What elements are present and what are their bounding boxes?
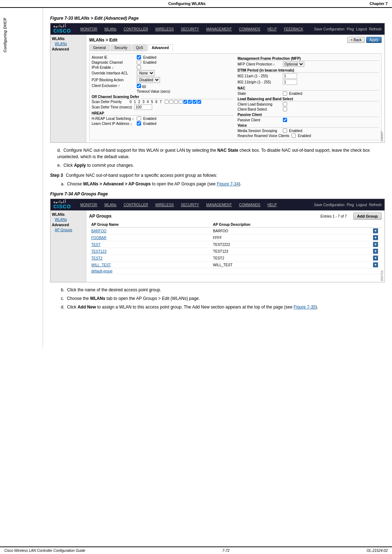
nac-state-checkbox[interactable] xyxy=(283,91,287,96)
p2p-label: P2P Blocking Action xyxy=(92,78,135,82)
cisco-nav-bar: ألبانيه CISCO MONITOR WLANs CONTROLLER W… xyxy=(50,23,384,35)
ap-group-action-cell[interactable]: ▼ xyxy=(371,241,382,248)
save-config-btn[interactable]: Save Configuration xyxy=(314,27,344,31)
apply-button[interactable]: Apply xyxy=(366,37,382,43)
sidebar2-wlans-link[interactable]: WLANs xyxy=(52,218,84,222)
scan-cb-2[interactable] xyxy=(174,100,178,104)
ap-group-desc-cell xyxy=(211,268,371,274)
override-acl-select[interactable]: None xyxy=(137,70,155,76)
dtim-80211a-input[interactable] xyxy=(283,73,297,79)
edit-arrow-icon[interactable]: ▼ xyxy=(373,262,378,267)
nav2-management[interactable]: MANAGEMENT xyxy=(205,202,233,208)
nav2-controller[interactable]: CONTROLLER xyxy=(122,202,149,208)
logout-btn-2[interactable]: Logout xyxy=(356,203,367,207)
learn-client-checkbox[interactable] xyxy=(137,121,141,126)
passive-client-header: Passive Client xyxy=(238,113,379,117)
ipv6-checkbox[interactable] xyxy=(137,65,141,69)
nav-feedback[interactable]: FEEDBACK xyxy=(282,26,305,32)
scan-cb-0[interactable] xyxy=(165,100,169,104)
chapter-number: Chapter 7 xyxy=(369,1,388,6)
ping-btn[interactable]: Ping xyxy=(347,27,354,31)
hreap-local-checkbox[interactable] xyxy=(137,116,141,121)
table-row: TESTTEST2222▼ xyxy=(89,241,382,248)
step3a-link[interactable]: Figure 7-34 xyxy=(217,181,239,186)
scan-cb-4[interactable] xyxy=(183,100,187,104)
nav-security[interactable]: SECURITY xyxy=(179,26,200,32)
nav-management[interactable]: MANAGEMENT xyxy=(205,26,233,32)
client-load-checkbox[interactable] xyxy=(283,102,287,106)
refresh-btn-2[interactable]: Refresh xyxy=(369,203,382,207)
aironet-ie-checkbox[interactable] xyxy=(137,55,141,59)
page-title-fig1: WLANs > Edit xyxy=(89,38,117,43)
sidebar2-ap-groups-link[interactable]: AP Groups xyxy=(52,228,84,232)
scan-cb-3[interactable] xyxy=(179,100,183,104)
tab-advanced[interactable]: Advanced xyxy=(148,44,173,51)
nac-state-label: State xyxy=(238,92,281,96)
sidebar-wlans-link[interactable]: WLANs xyxy=(52,42,84,46)
back-button[interactable]: < Back xyxy=(347,37,365,43)
ap-group-name-cell[interactable]: BARFOO xyxy=(89,228,211,234)
client-band-checkbox[interactable] xyxy=(283,107,287,111)
nav-wlans[interactable]: WLANs xyxy=(103,26,118,32)
nav-help[interactable]: HELP xyxy=(266,26,278,32)
edit-arrow-icon[interactable]: ▼ xyxy=(373,228,378,233)
nav2-wireless[interactable]: WIRELESS xyxy=(154,202,175,208)
edit-arrow-icon[interactable]: ▼ xyxy=(373,235,378,240)
ap-group-name-cell[interactable]: TEST123 xyxy=(89,248,211,255)
tab-qos[interactable]: QoS xyxy=(132,44,147,51)
nav-controller[interactable]: CONTROLLER xyxy=(122,26,149,32)
nav2-monitor[interactable]: MONITOR xyxy=(79,202,98,208)
ap-group-name-cell[interactable]: FOOBAR xyxy=(89,234,211,241)
client-exclusion-checkbox[interactable] xyxy=(137,84,141,88)
diag-channel-checkbox[interactable] xyxy=(137,60,141,64)
ping-btn-2[interactable]: Ping xyxy=(347,203,354,207)
dtim-80211bg-input[interactable] xyxy=(283,79,297,85)
learn-client-enabled: Enabled xyxy=(143,122,156,126)
refresh-btn[interactable]: Refresh xyxy=(369,27,382,31)
step3a-text2: to open the AP Groups page (see xyxy=(151,181,217,186)
mfp-optional-select[interactable]: Optional xyxy=(283,62,304,67)
tab-security[interactable]: Security xyxy=(111,44,131,51)
scan-cb-6[interactable] xyxy=(193,100,197,104)
nav-monitor[interactable]: MONITOR xyxy=(79,26,98,32)
edit-arrow-icon[interactable]: ▼ xyxy=(373,242,378,247)
ap-group-action-cell[interactable]: ▼ xyxy=(371,262,382,268)
ap-group-name-cell[interactable]: TEST xyxy=(89,241,211,248)
timeout-label: Timeout Value (secs) xyxy=(137,89,170,93)
scan-cb-5[interactable] xyxy=(188,100,192,104)
step-d2-link[interactable]: Figure 7-35 xyxy=(294,305,315,310)
dtim-80211bg-label: 802.11b/g/n (1 - 255) xyxy=(238,80,281,84)
ap-group-action-cell[interactable]: ▼ xyxy=(371,255,382,262)
logout-btn[interactable]: Logout xyxy=(356,27,367,31)
ap-group-name-cell[interactable]: WILL_TEST xyxy=(89,262,211,268)
reanchor-checkbox[interactable] xyxy=(291,133,296,138)
step-c-bold: WLANs xyxy=(90,296,105,301)
scan-num-0: 0 xyxy=(130,100,133,104)
p2p-select[interactable]: Disabled xyxy=(137,77,160,83)
edit-arrow-icon[interactable]: ▼ xyxy=(373,256,378,261)
nav-commands[interactable]: COMMANDS xyxy=(238,26,262,32)
scan-cb-7[interactable] xyxy=(197,100,201,104)
save-config-btn-2[interactable]: Save Configuration xyxy=(314,203,344,207)
nav2-wlans[interactable]: WLANs xyxy=(103,202,118,208)
scan-defer-time-input[interactable] xyxy=(134,105,152,110)
scan-cb-1[interactable] xyxy=(169,100,173,104)
nav2-commands[interactable]: COMMANDS xyxy=(238,202,262,208)
ap-group-name-cell[interactable]: TEST2 xyxy=(89,255,211,262)
ap-group-action-cell[interactable]: ▼ xyxy=(371,234,382,241)
media-session-checkbox[interactable] xyxy=(283,128,287,133)
ap-group-action-cell[interactable]: ▼ xyxy=(371,228,382,234)
nav-wireless[interactable]: WIRELESS xyxy=(154,26,175,32)
load-balance-header: Load Balancing and Band Select xyxy=(238,97,379,101)
add-group-button[interactable]: Add Group xyxy=(353,213,382,220)
edit-arrow-icon[interactable]: ▼ xyxy=(373,249,378,254)
nav2-security[interactable]: SECURITY xyxy=(179,202,200,208)
passive-client-checkbox[interactable] xyxy=(283,118,287,122)
nav2-help[interactable]: HELP xyxy=(266,202,278,208)
step-b-text: Click the name of the desired access poi… xyxy=(67,287,161,292)
ap-group-name-cell[interactable]: default-group xyxy=(89,268,211,274)
ap-group-action-cell[interactable]: ▼ xyxy=(371,248,382,255)
entries-info: Entries 1 - 7 of 7 xyxy=(320,214,347,218)
tab-general[interactable]: General xyxy=(89,44,110,51)
learn-client-label: Learn Client IP Address ↓ xyxy=(92,122,135,126)
